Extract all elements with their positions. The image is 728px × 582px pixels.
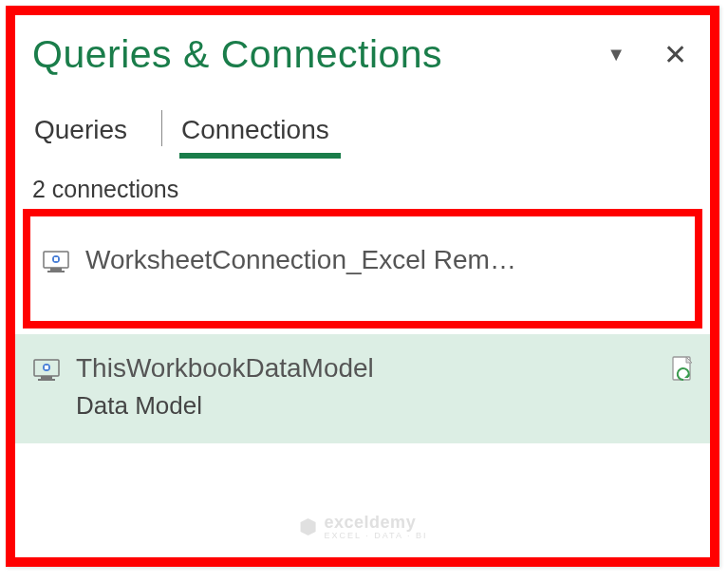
connection-name: WorksheetConnection_Excel Rem… — [85, 245, 680, 275]
panel-container: Queries & Connections ▼ ✕ Queries Connec… — [6, 6, 719, 567]
svg-rect-6 — [41, 376, 52, 379]
panel-title: Queries & Connections — [32, 32, 442, 77]
connection-item[interactable]: ThisWorkbookDataModel Data Model — [15, 334, 710, 443]
connections-list: WorksheetConnection_Excel Rem… ThisWorkb… — [15, 209, 710, 443]
tab-divider — [161, 110, 162, 146]
svg-rect-9 — [45, 366, 48, 369]
svg-rect-4 — [54, 257, 58, 261]
panel-controls: ▼ ✕ — [607, 41, 687, 69]
connection-icon — [32, 357, 63, 382]
connection-item[interactable]: WorksheetConnection_Excel Rem… — [23, 209, 702, 329]
refresh-icon[interactable] — [670, 355, 695, 387]
close-icon[interactable]: ✕ — [663, 41, 687, 69]
connection-text: WorksheetConnection_Excel Rem… — [85, 245, 680, 275]
panel-menu-caret-icon[interactable]: ▼ — [607, 44, 625, 66]
watermark-text: exceldemy EXCEL · DATA · BI — [325, 513, 428, 540]
connection-count-label: 2 connections — [15, 157, 710, 211]
watermark-logo-icon — [298, 516, 319, 537]
svg-rect-7 — [38, 379, 55, 381]
svg-rect-1 — [50, 268, 62, 271]
svg-rect-2 — [47, 271, 65, 272]
panel-header: Queries & Connections ▼ ✕ — [15, 15, 710, 86]
tab-queries[interactable]: Queries — [32, 109, 139, 157]
watermark-brand: exceldemy — [325, 513, 417, 532]
watermark: exceldemy EXCEL · DATA · BI — [298, 513, 428, 540]
tab-bar: Queries Connections — [15, 86, 710, 157]
connection-subtitle: Data Model — [76, 391, 670, 421]
watermark-tagline: EXCEL · DATA · BI — [325, 531, 428, 540]
connection-name: ThisWorkbookDataModel — [76, 353, 670, 384]
tab-connections[interactable]: Connections — [179, 109, 341, 157]
connection-text: ThisWorkbookDataModel Data Model — [76, 353, 670, 421]
connection-icon — [42, 249, 72, 273]
